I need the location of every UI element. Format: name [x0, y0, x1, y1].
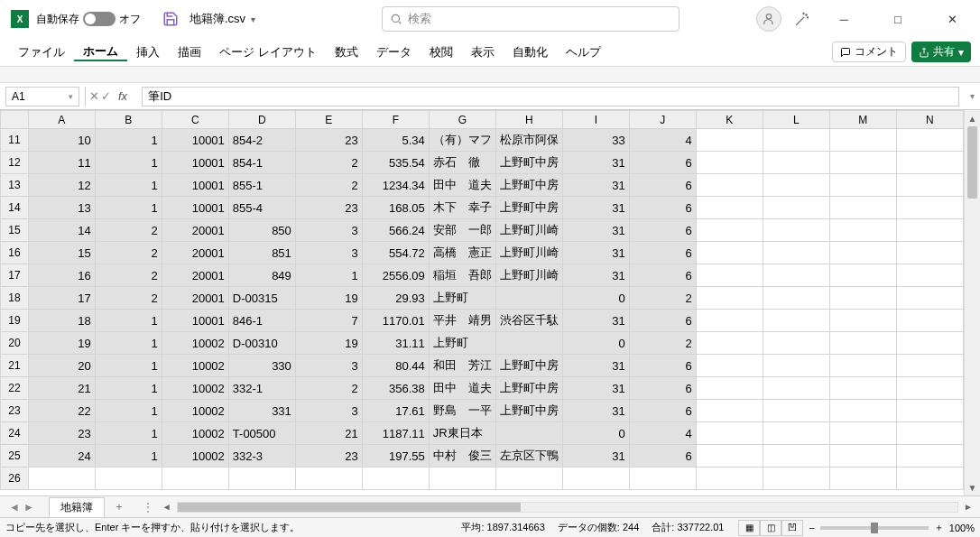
tab-view[interactable]: 表示 — [462, 44, 504, 60]
scroll-thumb[interactable] — [178, 503, 521, 512]
cell[interactable]: 上野町 — [429, 287, 495, 310]
tab-help[interactable]: ヘルプ — [557, 44, 610, 60]
cell[interactable] — [829, 197, 896, 219]
cell[interactable] — [696, 264, 763, 287]
cell[interactable]: 7 — [295, 310, 362, 332]
chevron-down-icon[interactable]: ▾ — [251, 14, 255, 24]
cell[interactable]: 13 — [28, 197, 95, 219]
filename-label[interactable]: 地籍簿.csv — [190, 11, 245, 27]
tab-file[interactable]: ファイル — [9, 44, 74, 60]
chevron-down-icon[interactable]: ▾ — [69, 92, 73, 101]
table-row[interactable]: 1312110001855-121234.34田中 道夫上野町中房316 — [1, 174, 964, 197]
cell[interactable]: 上野町中房 — [495, 400, 562, 422]
cell[interactable] — [829, 332, 896, 355]
cell[interactable] — [763, 332, 829, 355]
cell[interactable]: 23 — [28, 422, 95, 445]
search-input[interactable]: 検索 — [382, 6, 680, 32]
cell[interactable]: 1 — [95, 197, 162, 219]
col-header[interactable]: A — [28, 111, 95, 129]
cell[interactable] — [896, 400, 963, 422]
cell[interactable] — [696, 400, 763, 422]
cell[interactable] — [629, 468, 696, 490]
name-box[interactable]: A1 ▾ — [5, 87, 79, 106]
cell[interactable] — [763, 129, 829, 152]
cell[interactable] — [95, 468, 162, 490]
fx-icon[interactable]: fx — [115, 89, 131, 103]
cell[interactable] — [162, 468, 228, 490]
cell[interactable] — [896, 445, 963, 468]
cell[interactable] — [829, 445, 896, 468]
cell[interactable]: 1187.11 — [362, 422, 429, 445]
cell[interactable]: 4 — [629, 422, 696, 445]
cell[interactable]: 855-4 — [228, 197, 295, 219]
tab-home[interactable]: ホーム — [74, 43, 127, 61]
cell[interactable]: 1 — [95, 310, 162, 332]
cell[interactable]: 和田 芳江 — [429, 355, 495, 377]
table-row[interactable]: 1413110001855-423168.05木下 幸子上野町中房316 — [1, 197, 964, 219]
next-sheet-icon[interactable]: ► — [23, 501, 34, 514]
cell[interactable] — [763, 355, 829, 377]
cell[interactable] — [829, 468, 896, 490]
cell[interactable]: 535.54 — [362, 152, 429, 174]
col-header[interactable]: D — [228, 111, 295, 129]
cell[interactable]: 1 — [95, 332, 162, 355]
tab-data[interactable]: データ — [367, 44, 421, 60]
cell[interactable] — [696, 219, 763, 242]
cell[interactable]: 849 — [228, 264, 295, 287]
col-header[interactable]: G — [429, 111, 495, 129]
cell[interactable] — [763, 242, 829, 264]
cell[interactable]: 1 — [95, 355, 162, 377]
user-account-icon[interactable] — [756, 6, 781, 32]
cell[interactable]: 197.55 — [362, 445, 429, 468]
tab-draw[interactable]: 描画 — [169, 44, 210, 60]
cell[interactable]: 14 — [28, 219, 95, 242]
cell[interactable]: 16 — [28, 264, 95, 287]
cell[interactable] — [696, 468, 763, 490]
cell[interactable]: 左京区下鴨 — [495, 445, 562, 468]
cell[interactable] — [429, 468, 495, 490]
table-row[interactable]: 1918110001846-171170.01平井 靖男渋谷区千駄316 — [1, 310, 964, 332]
cell[interactable]: 356.38 — [362, 377, 429, 400]
scroll-right-icon[interactable]: ► — [962, 502, 975, 512]
cell[interactable]: 1 — [295, 264, 362, 287]
cell[interactable]: 6 — [629, 152, 696, 174]
cell[interactable]: 20001 — [162, 219, 228, 242]
cell[interactable] — [495, 287, 562, 310]
col-header[interactable]: B — [95, 111, 162, 129]
cell[interactable]: 10001 — [162, 310, 228, 332]
cell[interactable]: 554.72 — [362, 242, 429, 264]
cell[interactable]: 10 — [28, 129, 95, 152]
cancel-formula-icon[interactable]: ✕ — [89, 89, 99, 103]
share-button[interactable]: 共有 ▾ — [911, 42, 971, 62]
cell[interactable]: 23 — [295, 129, 362, 152]
zoom-out-button[interactable]: − — [809, 523, 814, 533]
cell[interactable] — [696, 287, 763, 310]
col-header[interactable]: I — [562, 111, 629, 129]
vertical-scrollbar[interactable]: ▲ ▼ — [964, 110, 980, 495]
cell[interactable]: 6 — [629, 174, 696, 197]
cell[interactable]: 854-2 — [228, 129, 295, 152]
cell[interactable]: 855-1 — [228, 174, 295, 197]
tab-insert[interactable]: 挿入 — [127, 44, 169, 60]
cell[interactable] — [896, 219, 963, 242]
sheet-menu-icon[interactable]: ⋮ — [139, 501, 157, 514]
cell[interactable]: 田中 道夫 — [429, 174, 495, 197]
table-row[interactable]: 2120110002330380.44和田 芳江上野町中房316 — [1, 355, 964, 377]
cell[interactable] — [495, 422, 562, 445]
cell[interactable] — [896, 197, 963, 219]
cell[interactable]: 2 — [95, 287, 162, 310]
cell[interactable] — [763, 152, 829, 174]
cell[interactable]: 松原市阿保 — [495, 129, 562, 152]
cell[interactable] — [896, 355, 963, 377]
cell[interactable]: 31 — [562, 400, 629, 422]
col-header[interactable]: F — [362, 111, 429, 129]
cell[interactable] — [696, 422, 763, 445]
cell[interactable] — [896, 264, 963, 287]
cell[interactable]: 22 — [28, 400, 95, 422]
cell[interactable]: 21 — [295, 422, 362, 445]
tab-automate[interactable]: 自動化 — [504, 44, 557, 60]
autosave-toggle[interactable]: 自動保存 オフ — [36, 12, 141, 27]
cell[interactable]: 中村 俊三 — [429, 445, 495, 468]
cell[interactable]: 上野町中房 — [495, 355, 562, 377]
scroll-left-icon[interactable]: ◄ — [161, 502, 173, 512]
